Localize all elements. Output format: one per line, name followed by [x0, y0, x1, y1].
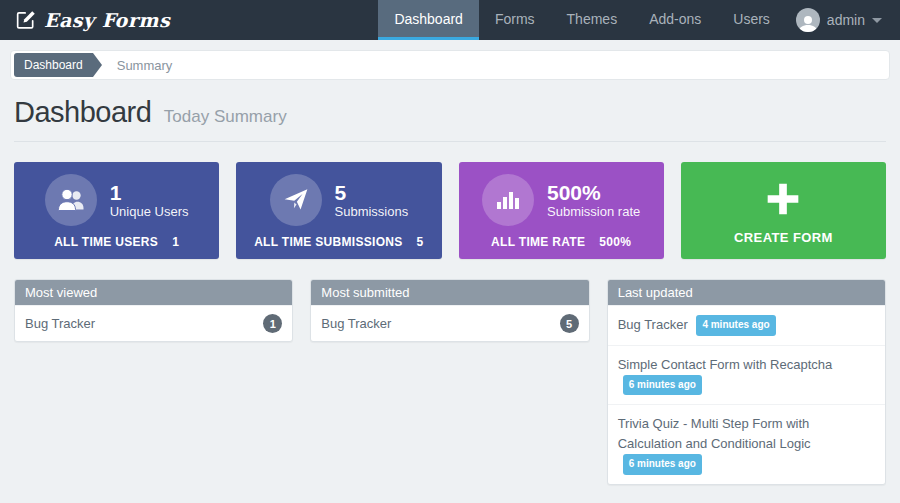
stats-row: 1 Unique Users ALL TIME USERS1 5 Submiss… [14, 162, 886, 259]
nav-item-users[interactable]: Users [717, 0, 786, 40]
page-header: Dashboard Today Summary [14, 96, 886, 142]
page-title: Dashboard [14, 96, 151, 128]
panels-row: Most viewed Bug Tracker 1 Most submitted… [14, 279, 886, 485]
user-menu[interactable]: admin [786, 0, 900, 40]
stat-footer-value: 1 [172, 235, 179, 249]
list-item[interactable]: Bug Tracker 4 minutes ago [608, 305, 885, 345]
time-ago-badge: 6 minutes ago [623, 375, 702, 396]
user-avatar-icon [796, 8, 820, 32]
panel-title: Last updated [608, 280, 885, 305]
time-ago-badge: 6 minutes ago [623, 454, 702, 475]
top-navbar: Easy Forms Dashboard Forms Themes Add-on… [0, 0, 900, 40]
panel-most-viewed: Most viewed Bug Tracker 1 [14, 279, 293, 342]
time-ago-badge: 4 minutes ago [696, 315, 775, 336]
form-name: Bug Tracker [618, 317, 688, 332]
breadcrumb: Dashboard Summary [10, 50, 890, 80]
stat-value: 1 [110, 181, 189, 204]
page-subtitle: Today Summary [164, 107, 287, 126]
view-count-badge: 1 [263, 314, 282, 333]
form-name: Bug Tracker [321, 316, 391, 331]
nav-item-dashboard[interactable]: Dashboard [378, 0, 479, 40]
main-nav: Dashboard Forms Themes Add-ons Users adm… [378, 0, 900, 40]
stat-footer-label: ALL TIME RATE [491, 235, 585, 249]
nav-item-themes[interactable]: Themes [551, 0, 634, 40]
stat-card-unique-users[interactable]: 1 Unique Users ALL TIME USERS1 [14, 162, 219, 259]
stat-value: 500% [547, 181, 640, 204]
stat-footer-label: ALL TIME SUBMISSIONS [254, 235, 402, 249]
form-name: Trivia Quiz - Multi Step Form with Calcu… [618, 416, 811, 451]
stat-card-submission-rate[interactable]: 500% Submission rate ALL TIME RATE500% [459, 162, 664, 259]
bar-chart-icon [482, 174, 534, 226]
submission-count-badge: 5 [560, 314, 579, 333]
panel-title: Most viewed [15, 280, 292, 305]
stat-footer: ALL TIME RATE500% [459, 235, 664, 249]
form-name: Simple Contact Form with Recaptcha [618, 357, 833, 372]
brand-name: Easy Forms [44, 9, 170, 31]
list-item[interactable]: Bug Tracker 1 [15, 305, 292, 341]
paper-plane-icon [270, 174, 322, 226]
breadcrumb-dashboard[interactable]: Dashboard [14, 53, 93, 77]
create-form-label: CREATE FORM [734, 230, 833, 245]
stat-label: Unique Users [110, 204, 189, 219]
nav-item-forms[interactable]: Forms [479, 0, 551, 40]
panel-last-updated: Last updated Bug Tracker 4 minutes ago S… [607, 279, 886, 485]
breadcrumb-current: Summary [117, 58, 173, 73]
plus-icon [760, 176, 806, 222]
chevron-down-icon [872, 18, 882, 23]
stat-top: 1 Unique Users [14, 162, 219, 226]
stat-footer-value: 500% [599, 235, 631, 249]
stat-footer-value: 5 [417, 235, 424, 249]
panel-title: Most submitted [311, 280, 588, 305]
stat-label: Submission rate [547, 204, 640, 219]
create-form-button[interactable]: CREATE FORM [681, 162, 886, 259]
stat-footer: ALL TIME USERS1 [14, 235, 219, 249]
stat-label: Submissions [335, 204, 409, 219]
list-item[interactable]: Trivia Quiz - Multi Step Form with Calcu… [608, 404, 885, 484]
stat-footer: ALL TIME SUBMISSIONS5 [236, 235, 441, 249]
list-item[interactable]: Bug Tracker 5 [311, 305, 588, 341]
panel-most-submitted: Most submitted Bug Tracker 5 [310, 279, 589, 342]
brand-logo[interactable]: Easy Forms [0, 0, 186, 40]
stat-top: 500% Submission rate [459, 162, 664, 226]
stat-footer-label: ALL TIME USERS [54, 235, 158, 249]
stat-top: 5 Submissions [236, 162, 441, 226]
nav-item-addons[interactable]: Add-ons [633, 0, 717, 40]
form-name: Bug Tracker [25, 316, 95, 331]
users-icon [45, 174, 97, 226]
pencil-square-icon [16, 10, 36, 30]
stat-value: 5 [335, 181, 409, 204]
list-item[interactable]: Simple Contact Form with Recaptcha 6 min… [608, 345, 885, 405]
stat-card-submissions[interactable]: 5 Submissions ALL TIME SUBMISSIONS5 [236, 162, 441, 259]
username-label: admin [827, 12, 865, 28]
